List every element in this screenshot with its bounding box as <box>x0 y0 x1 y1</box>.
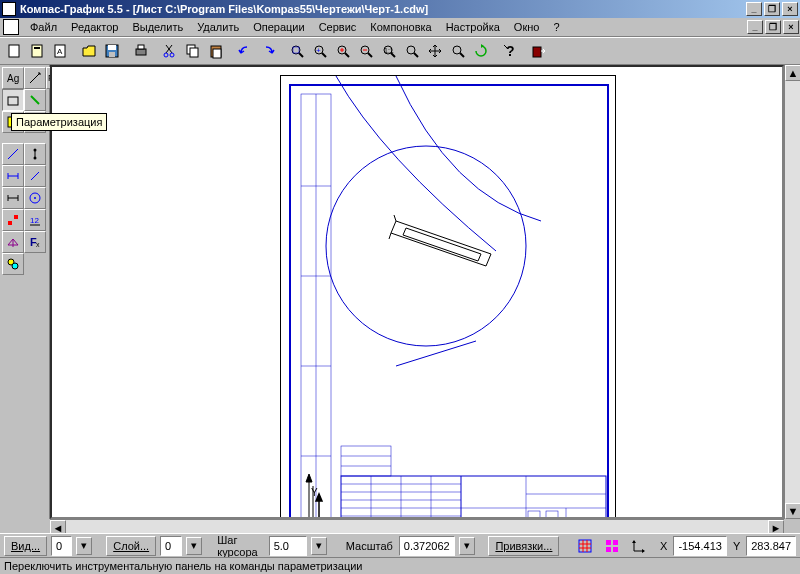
tool-d1[interactable] <box>2 143 24 165</box>
cursor-step-dropdown[interactable]: ▾ <box>311 537 327 555</box>
mdi-minimize-button[interactable]: _ <box>747 20 763 34</box>
tool-d2[interactable] <box>24 143 46 165</box>
snap-button[interactable]: Привязки... <box>488 536 559 556</box>
svg-rect-15 <box>213 49 221 58</box>
new-text-button[interactable]: A <box>48 40 71 62</box>
svg-point-32 <box>407 46 415 54</box>
zoom-in-button[interactable] <box>331 40 354 62</box>
tooltip: Параметризация <box>11 113 107 131</box>
zoom-all-button[interactable] <box>285 40 308 62</box>
menu-operations[interactable]: Операции <box>246 19 311 35</box>
drawing-sheet: Y X <box>280 75 616 519</box>
tool-g1[interactable] <box>2 209 24 231</box>
menu-layout[interactable]: Компоновка <box>363 19 438 35</box>
menu-service[interactable]: Сервис <box>312 19 364 35</box>
drawing-canvas[interactable]: Y X <box>50 65 784 519</box>
mdi-restore-button[interactable]: ❐ <box>765 20 781 34</box>
menu-select[interactable]: Выделить <box>125 19 190 35</box>
svg-point-11 <box>170 53 174 57</box>
tool-g2[interactable]: 12 <box>24 209 46 231</box>
layer-value: 0 <box>160 536 181 556</box>
tool-a1[interactable]: Ag <box>2 67 24 89</box>
svg-rect-82 <box>546 511 558 519</box>
scale-value[interactable]: 0.372062 <box>399 536 455 556</box>
new-fragment-button[interactable] <box>25 40 48 62</box>
zoom-out-button[interactable] <box>354 40 377 62</box>
tool-a2[interactable] <box>24 67 46 89</box>
menu-file[interactable]: Файл <box>23 19 64 35</box>
pan-button[interactable] <box>423 40 446 62</box>
menu-help[interactable]: ? <box>546 19 566 35</box>
y-value: 283.847 <box>746 536 796 556</box>
tool-b1[interactable] <box>2 89 24 111</box>
scroll-up-button[interactable]: ▲ <box>785 65 800 81</box>
tool-h1[interactable] <box>2 231 24 253</box>
grid-button[interactable] <box>573 535 596 557</box>
main-toolbar: A + 1:1 ? <box>0 37 800 65</box>
print-button[interactable] <box>129 40 152 62</box>
redraw-button[interactable] <box>469 40 492 62</box>
mdi-close-button[interactable]: × <box>783 20 799 34</box>
window-title: Компас-График 5.5 - [Лист C:\Program Fil… <box>20 3 746 15</box>
status-bar: Переключить инструментальную панель на к… <box>0 557 800 574</box>
workspace: Ag P P 12 Fx <box>0 65 800 519</box>
view-dropdown[interactable]: ▾ <box>76 537 92 555</box>
cut-button[interactable] <box>158 40 181 62</box>
menu-settings[interactable]: Настройка <box>439 19 507 35</box>
vertical-scrollbar[interactable]: ▲ ▼ <box>784 65 800 519</box>
menubar: Файл Редактор Выделить Удалить Операции … <box>0 18 800 37</box>
doc-icon[interactable] <box>3 19 19 35</box>
tool-f2[interactable] <box>24 187 46 209</box>
layer-dropdown[interactable]: ▾ <box>186 537 202 555</box>
help-button[interactable]: ? <box>498 40 521 62</box>
paste-button[interactable] <box>204 40 227 62</box>
minimize-button[interactable]: _ <box>746 2 762 16</box>
tool-e1[interactable] <box>2 165 24 187</box>
tool-e2[interactable] <box>24 165 46 187</box>
open-button[interactable] <box>77 40 100 62</box>
svg-rect-8 <box>136 49 146 55</box>
zoom-fit-button[interactable] <box>446 40 469 62</box>
svg-rect-52 <box>8 221 12 225</box>
svg-text:A: A <box>57 47 63 56</box>
undo-button[interactable] <box>233 40 256 62</box>
exit-button[interactable] <box>527 40 550 62</box>
svg-line-23 <box>345 53 349 57</box>
svg-text:Y: Y <box>311 487 318 498</box>
cursor-step-value[interactable]: 5.0 <box>269 536 308 556</box>
scale-dropdown[interactable]: ▾ <box>459 537 475 555</box>
svg-rect-39 <box>8 97 18 105</box>
svg-rect-104 <box>606 547 611 552</box>
new-button[interactable] <box>2 40 25 62</box>
property-bar: Вид... 0 ▾ Слой... 0 ▾ Шаг курсора 5.0 ▾… <box>0 533 800 557</box>
copy-button[interactable] <box>181 40 204 62</box>
status-text: Переключить инструментальную панель на к… <box>4 560 363 572</box>
menu-delete[interactable]: Удалить <box>190 19 246 35</box>
ortho-button[interactable] <box>600 535 623 557</box>
menu-window[interactable]: Окно <box>507 19 547 35</box>
layer-button[interactable]: Слой... <box>106 536 156 556</box>
maximize-button[interactable]: ❐ <box>764 2 780 16</box>
svg-text:1:1: 1:1 <box>384 47 394 54</box>
view-button[interactable]: Вид... <box>4 536 47 556</box>
tool-h2[interactable]: Fx <box>24 231 46 253</box>
svg-text:12: 12 <box>30 216 39 225</box>
redo-button[interactable] <box>256 40 279 62</box>
svg-point-60 <box>12 263 18 269</box>
close-button[interactable]: × <box>782 2 798 16</box>
scroll-down-button[interactable]: ▼ <box>785 503 800 519</box>
tool-f1[interactable] <box>2 187 24 209</box>
zoom-prev-button[interactable] <box>400 40 423 62</box>
svg-rect-83 <box>341 446 391 476</box>
zoom-scale-button[interactable]: 1:1 <box>377 40 400 62</box>
zoom-window-button[interactable]: + <box>308 40 331 62</box>
tool-b2[interactable] <box>24 89 46 111</box>
local-cs-button[interactable] <box>627 535 650 557</box>
save-button[interactable] <box>100 40 123 62</box>
svg-rect-105 <box>613 547 618 552</box>
menu-editor[interactable]: Редактор <box>64 19 125 35</box>
svg-text:+: + <box>316 46 321 55</box>
tool-i1[interactable] <box>2 253 24 275</box>
svg-rect-2 <box>34 47 40 49</box>
svg-point-10 <box>164 53 168 57</box>
